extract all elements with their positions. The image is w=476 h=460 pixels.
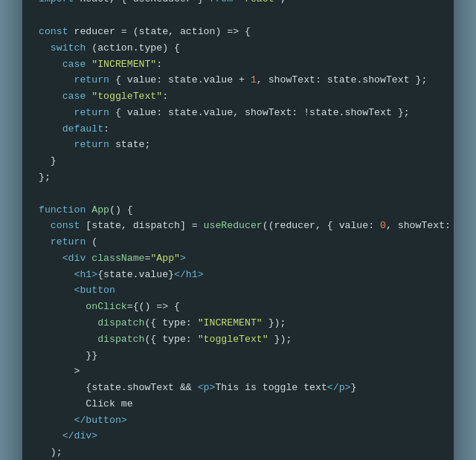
code-content: import "./App.css"; import React, { useR… [22, 0, 454, 460]
code-editor-window: import "./App.css"; import React, { useR… [22, 0, 454, 460]
